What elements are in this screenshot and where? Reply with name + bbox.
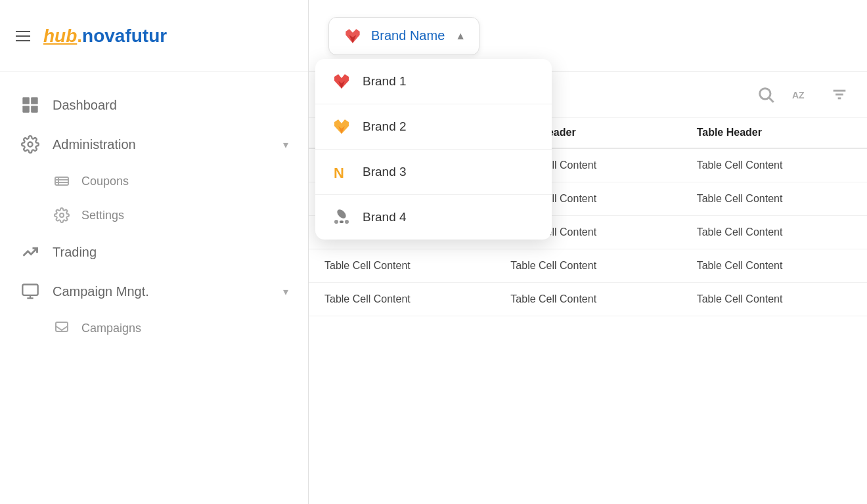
brand-dropdown-item-brand4[interactable]: Brand 4 (315, 195, 552, 240)
brand-dropdown-item-brand1[interactable]: Brand 1 (315, 59, 552, 104)
table-cell-r3-c1: Table Cell Content (495, 249, 680, 283)
logo-dot: . (77, 26, 82, 46)
sidebar-item-trading-label: Trading (53, 245, 288, 260)
sidebar-item-administration-label: Administration (53, 137, 271, 152)
brand1-label: Brand 1 (363, 74, 407, 89)
campaign-mngt-icon (20, 281, 41, 302)
table-cell-r1-c2: Table Cell Content (681, 182, 867, 216)
sidebar-header: hub.novafutur (0, 0, 308, 72)
svg-rect-5 (55, 177, 68, 185)
trending-icon (20, 242, 41, 262)
svg-rect-2 (22, 106, 30, 113)
sidebar-item-campaigns[interactable]: Campaigns (0, 311, 308, 345)
brand3-label: Brand 3 (363, 165, 407, 179)
logo-novafutur: novafutur (82, 26, 167, 46)
hamburger-menu-button[interactable] (16, 31, 30, 41)
sidebar-nav: Dashboard Administration ▾ (0, 72, 308, 504)
svg-point-25 (760, 89, 770, 99)
svg-text:N: N (334, 165, 344, 181)
brand-dropdown-item-brand3[interactable]: N Brand 3 (315, 150, 552, 195)
sidebar-item-dashboard-label: Dashboard (53, 98, 288, 113)
svg-text:AZ: AZ (792, 90, 805, 100)
administration-chevron-icon: ▾ (283, 138, 288, 151)
settings-small-icon (53, 206, 71, 224)
svg-rect-3 (31, 106, 37, 113)
svg-point-24 (340, 220, 344, 223)
logo-hub: hub (43, 26, 77, 46)
svg-point-21 (336, 208, 347, 220)
sidebar-item-campaign-mngt[interactable]: Campaign Mngt. ▾ (0, 272, 308, 311)
sidebar-item-campaign-mngt-label: Campaign Mngt. (53, 284, 271, 299)
sidebar-item-administration[interactable]: Administration ▾ (0, 125, 308, 164)
table-row[interactable]: Table Cell ContentTable Cell ContentTabl… (309, 249, 867, 283)
sidebar: hub.novafutur Dashboard (0, 0, 309, 504)
dashboard-icon (20, 94, 41, 116)
brand1-icon (331, 71, 352, 92)
brand-selector-label: Brand Name (371, 28, 445, 43)
table-cell-r3-c0: Table Cell Content (309, 249, 495, 283)
filter-button[interactable] (828, 83, 851, 106)
brand-bar: Brand Name ▲ Brand 1 (309, 0, 867, 72)
brand-selector-button[interactable]: Brand Name ▲ (328, 17, 479, 55)
sidebar-item-trading[interactable]: Trading (0, 232, 308, 272)
table-cell-r4-c2: Table Cell Content (681, 283, 867, 316)
brand-dropdown-item-brand2[interactable]: Brand 2 (315, 104, 552, 150)
table-cell-r4-c1: Table Cell Content (495, 283, 680, 316)
logo[interactable]: hub.novafutur (43, 26, 167, 47)
brand4-label: Brand 4 (363, 210, 407, 224)
svg-point-23 (345, 220, 349, 224)
brand-selector-icon (342, 26, 363, 47)
coupon-icon (53, 172, 71, 190)
sidebar-item-settings-label: Settings (81, 209, 124, 222)
svg-point-4 (28, 142, 33, 147)
sort-button[interactable]: AZ (791, 83, 814, 106)
brand2-icon (331, 116, 352, 137)
brand4-icon (331, 207, 352, 228)
svg-rect-0 (22, 97, 30, 104)
table-cell-r2-c2: Table Cell Content (681, 216, 867, 249)
campaign-chevron-icon: ▾ (283, 285, 288, 298)
svg-line-26 (769, 98, 773, 102)
table-header-col3: Table Header (681, 117, 867, 148)
table-cell-r4-c0: Table Cell Content (309, 283, 495, 316)
brand2-label: Brand 2 (363, 119, 407, 134)
table-cell-r3-c2: Table Cell Content (681, 249, 867, 283)
sidebar-item-coupons[interactable]: Coupons (0, 164, 308, 198)
campaign-icon (53, 319, 71, 337)
sidebar-item-coupons-label: Coupons (81, 175, 129, 188)
table-row[interactable]: Table Cell ContentTable Cell ContentTabl… (309, 283, 867, 316)
sidebar-item-campaigns-label: Campaigns (81, 322, 141, 335)
svg-point-22 (334, 220, 338, 224)
main-content: Brand Name ▲ Brand 1 (309, 0, 867, 504)
sidebar-item-settings[interactable]: Settings (0, 198, 308, 232)
svg-rect-1 (31, 97, 37, 104)
brand-dropdown: Brand 1 Brand 2 N Brand (315, 59, 552, 240)
brand3-icon: N (331, 161, 352, 182)
sidebar-item-dashboard[interactable]: Dashboard (0, 85, 308, 125)
svg-point-9 (60, 213, 64, 217)
svg-rect-10 (22, 285, 37, 295)
settings-icon (20, 134, 41, 155)
search-button[interactable] (754, 83, 778, 106)
brand-selector-chevron-icon: ▲ (455, 30, 466, 42)
table-cell-r0-c2: Table Cell Content (681, 148, 867, 182)
